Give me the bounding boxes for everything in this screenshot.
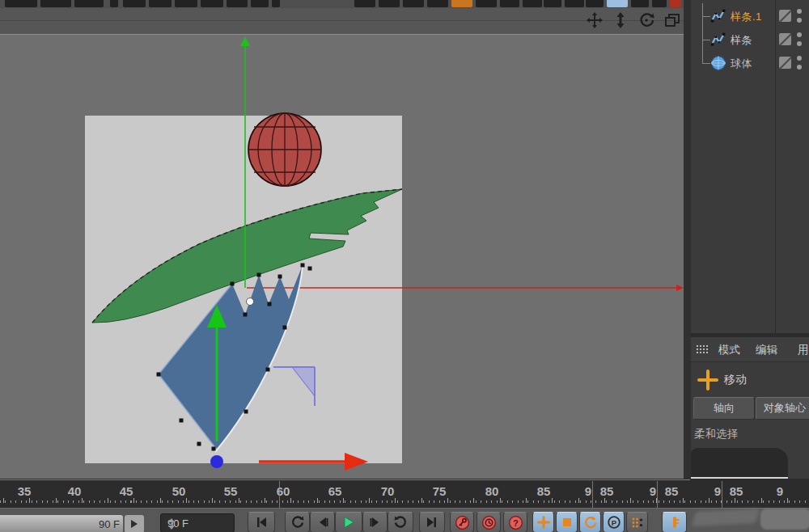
visibility-dot-editor[interactable] (797, 9, 802, 14)
next-key-button[interactable] (388, 512, 413, 532)
attr-menu-mode[interactable]: 模式 (718, 343, 740, 357)
dolly-icon (612, 11, 629, 32)
ruler-frame-label: 85 (600, 484, 614, 498)
toolbar-icon-stub[interactable] (74, 0, 104, 7)
toolbar-icon-stub[interactable] (544, 0, 561, 7)
next-frame-button[interactable] (362, 512, 388, 532)
spline-icon (710, 32, 726, 48)
toolbar-icon-stub[interactable] (652, 0, 667, 7)
record-keyframe-button[interactable] (662, 512, 687, 532)
goto-start-button[interactable] (248, 512, 275, 532)
viewport-canvas[interactable] (0, 35, 690, 479)
toolbar-icon-stub[interactable] (607, 0, 628, 7)
orange-square-icon (560, 515, 574, 530)
object-label[interactable]: 样条 (731, 33, 752, 48)
ruler-frame-label: 9 (777, 484, 783, 498)
play-button[interactable] (335, 512, 362, 532)
visibility-dot-editor[interactable] (797, 32, 802, 37)
toolbar-icon-stub[interactable] (272, 0, 280, 7)
selected-point[interactable] (247, 298, 254, 306)
red-key-icon (455, 515, 470, 530)
toolbar-icon-stub[interactable] (500, 0, 519, 7)
tab-object-axis[interactable]: 对象轴心 (756, 397, 809, 420)
ruler-frame-label: 45 (120, 484, 133, 498)
toolbar-icon-stub[interactable] (631, 0, 649, 7)
toolbar-icon-stub[interactable] (403, 0, 424, 7)
prev-key-button[interactable] (285, 512, 310, 532)
pan-view-control[interactable] (585, 12, 604, 32)
ruler-frame-label: 9 (714, 484, 721, 498)
gizmo-origin-dot[interactable] (210, 455, 223, 468)
toolbar-icon-stub[interactable] (123, 0, 146, 7)
toolbar-icon-stub[interactable] (523, 0, 542, 7)
toolbar-icon-stub[interactable] (427, 0, 448, 7)
dolly-view-control[interactable] (611, 12, 630, 32)
tab-axis[interactable]: 轴向 (693, 397, 755, 420)
tree-branch (702, 16, 710, 17)
key-rotation-button[interactable] (579, 512, 601, 532)
attr-menu-user[interactable]: 用 (798, 343, 809, 357)
rotate-view-control[interactable] (637, 12, 656, 32)
object-row-球体[interactable]: 球体 (691, 52, 809, 74)
ruler-frame-label: 40 (68, 484, 82, 498)
toolbar-icon-stub[interactable] (175, 0, 197, 7)
toolbar-icon-stub[interactable] (379, 0, 400, 7)
toolbar-icon-stub[interactable] (110, 0, 118, 7)
arc-cw-icon (393, 515, 408, 530)
layer-toggle[interactable] (779, 33, 791, 45)
keyframe-options-button[interactable]: ? (503, 512, 527, 532)
prev-frame-button[interactable] (310, 512, 335, 532)
toolbar-icon-stub[interactable] (565, 0, 584, 7)
toolbar-icon-stub[interactable] (5, 0, 37, 7)
object-row-样条[interactable]: 样条 (691, 28, 809, 51)
object-row-样条.1[interactable]: 样条.1 (691, 5, 809, 27)
ruler-frame-label: 55 (224, 484, 238, 498)
toolbar-icon-stub[interactable] (670, 0, 681, 7)
toolbar-icon-stub[interactable] (451, 0, 472, 7)
key-pla-button[interactable] (626, 512, 648, 532)
goto-end-button[interactable] (419, 512, 445, 532)
visibility-dot-render[interactable] (797, 41, 802, 46)
red-sphere[interactable] (248, 113, 321, 186)
toggle-view-view-control[interactable] (663, 12, 682, 32)
key-scale-button[interactable] (556, 512, 578, 532)
toolbar-icon-stub[interactable] (201, 0, 223, 7)
ruler-frame-label: 65 (328, 484, 342, 498)
key-parameter-button[interactable]: P (603, 512, 625, 532)
key-position-button[interactable] (532, 512, 554, 532)
visibility-dot-render[interactable] (797, 65, 802, 70)
arc-ccw-icon (290, 515, 305, 530)
range-play-icon[interactable] (125, 515, 144, 532)
toolbar-icon-stub[interactable] (476, 0, 497, 7)
record-active-objects-button[interactable] (450, 512, 474, 532)
toolbar-icon-stub[interactable] (227, 0, 248, 7)
animation-toolbar: 90 F 90 F ?P (0, 508, 809, 532)
object-label[interactable]: 样条.1 (731, 10, 762, 24)
tree-branch (702, 40, 710, 40)
attr-menu-bar: 模式 编辑 用 (691, 337, 809, 362)
toolbar-icon-stub[interactable] (354, 0, 375, 7)
orange-key-icon (667, 515, 682, 530)
ruler-frame-label: 85 (730, 484, 743, 498)
attr-menu-edit[interactable]: 编辑 (756, 343, 777, 357)
visibility-dot-render[interactable] (797, 18, 802, 23)
toolbar-icon-stub[interactable] (40, 0, 71, 7)
toolbar-icon-stub[interactable] (251, 0, 269, 7)
frame-range-slider[interactable]: 90 F (0, 515, 123, 532)
toolbar-icon-stub[interactable] (149, 0, 172, 7)
layer-toggle[interactable] (779, 57, 791, 69)
visibility-dot-editor[interactable] (797, 56, 802, 61)
watermark (760, 509, 809, 530)
timeline-ruler[interactable]: 35404550556065707580859859859859 (0, 479, 809, 508)
ruler-marker-line (279, 481, 280, 508)
current-tool-label: 移动 (724, 373, 747, 387)
ruler-topline (0, 479, 690, 480)
panel-grip-icon[interactable] (696, 344, 709, 354)
layer-toggle[interactable] (779, 10, 791, 22)
current-frame-field[interactable]: 90 F (160, 513, 235, 532)
frame-stepper[interactable] (167, 517, 176, 530)
object-label[interactable]: 球体 (731, 57, 752, 71)
toolbar-icon-stub[interactable] (586, 0, 604, 7)
autokeying-button[interactable] (477, 512, 501, 532)
panel-divider (684, 0, 691, 479)
